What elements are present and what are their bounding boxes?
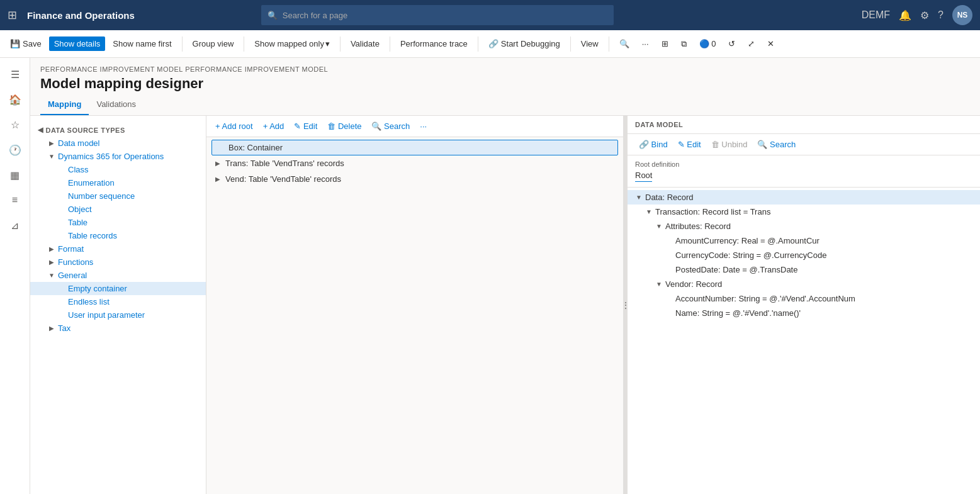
grid-icon[interactable]: ⊞ — [8, 8, 17, 22]
left-tree-item[interactable]: User input parameter — [30, 308, 206, 322]
edit-ds-button[interactable]: ✎ Edit — [290, 120, 321, 133]
add-root-button[interactable]: + Add root — [211, 120, 257, 133]
show-name-first-button[interactable]: Show name first — [108, 36, 176, 51]
sidebar-home-icon[interactable]: 🏠 — [4, 88, 26, 111]
user-avatar[interactable]: NS — [952, 5, 972, 25]
sidebar-favorites-icon[interactable]: ☆ — [4, 113, 26, 136]
command-bar: 💾 Save Show details Show name first Grou… — [0, 30, 980, 58]
page-title: Model mapping designer — [40, 76, 970, 92]
search-icon: 🔍 — [268, 11, 278, 20]
expander-icon: ▼ — [645, 208, 653, 215]
validate-button[interactable]: Validate — [346, 36, 385, 51]
left-tree-item[interactable]: Table — [30, 216, 206, 229]
left-tree-item[interactable]: Empty container — [30, 282, 206, 295]
left-tree-item[interactable]: Object — [30, 203, 206, 216]
grid-view-button[interactable]: ⊞ — [656, 36, 673, 51]
view-button[interactable]: View — [576, 36, 604, 51]
save-button[interactable]: 💾 Save — [5, 36, 47, 51]
app-title: Finance and Operations — [27, 10, 135, 21]
unbind-button[interactable]: 🗑 Unbind — [707, 138, 752, 151]
chevron-down-icon: ▾ — [325, 39, 330, 48]
sidebar-modules-icon[interactable]: ▦ — [4, 164, 26, 186]
data-source-item[interactable]: ▶Vend: Table 'VendTable' records — [206, 171, 623, 187]
data-model-item[interactable]: AmountCurrency: Real = @.AmountCur — [628, 233, 980, 248]
data-model-tree: ▼Data: Record▼Transaction: Record list =… — [628, 188, 980, 494]
root-definition-label: Root definition — [635, 160, 972, 168]
settings-icon[interactable]: ⚙ — [920, 9, 929, 21]
left-tree-item[interactable]: Enumeration — [30, 176, 206, 189]
group-view-button[interactable]: Group view — [188, 36, 239, 51]
expander-icon: ▼ — [655, 281, 663, 288]
data-model-item[interactable]: Name: String = @.'#Vend'.'name()' — [628, 306, 980, 320]
expander-icon: ▶ — [214, 160, 222, 167]
bind-button[interactable]: 🔗 Bind — [635, 138, 672, 151]
tab-validations[interactable]: Validations — [89, 94, 144, 115]
debug-icon: 🔗 — [488, 39, 498, 48]
main-layout: ☰ 🏠 ☆ 🕐 ▦ ≡ ⊿ PERFORMANCE IMPROVEMENT MO… — [0, 58, 980, 494]
panels-area: ◀ DATA SOURCE TYPES ▶Data model▼Dynamics… — [30, 116, 980, 494]
left-tree-item[interactable]: ▼Dynamics 365 for Operations — [30, 150, 206, 163]
data-source-item[interactable]: Box: Container — [211, 140, 618, 155]
left-tree-item[interactable]: Class — [30, 163, 206, 176]
sidebar-recent-icon[interactable]: 🕐 — [4, 138, 26, 161]
help-icon[interactable]: ? — [938, 9, 943, 21]
open-new-window-button[interactable]: ⧉ — [676, 36, 692, 52]
show-mapped-only-button[interactable]: Show mapped only ▾ — [249, 36, 335, 51]
search-dm-button[interactable]: 🔍 Search — [753, 138, 799, 151]
performance-trace-button[interactable]: Performance trace — [395, 36, 473, 51]
sidebar-menu-toggle[interactable]: ☰ — [4, 63, 26, 86]
sidebar-filter-icon[interactable]: ⊿ — [4, 214, 26, 237]
notifications-badge-button[interactable]: 🔵 0 — [694, 36, 721, 51]
left-tree-item[interactable]: Number sequence — [30, 189, 206, 203]
left-tree-item[interactable]: ▶Format — [30, 242, 206, 255]
data-model-item[interactable]: PostedDate: Date = @.TransDate — [628, 262, 980, 277]
data-model-item[interactable]: AccountNumber: String = @.'#Vend'.Accoun… — [628, 291, 980, 306]
left-tree-item[interactable]: Table records — [30, 229, 206, 242]
refresh-button[interactable]: ↺ — [723, 36, 740, 51]
sidebar-workspaces-icon[interactable]: ≡ — [4, 189, 26, 211]
edit-dm-button[interactable]: ✎ Edit — [674, 138, 705, 151]
root-definition-area: Root definition Root — [628, 155, 980, 188]
expander-icon: ▼ — [48, 272, 55, 279]
data-model-item[interactable]: ▼Transaction: Record list = Trans — [628, 205, 980, 219]
expand-button[interactable]: ⤢ — [743, 36, 760, 51]
separator-3 — [340, 36, 341, 52]
close-button[interactable]: ✕ — [762, 36, 779, 51]
start-debugging-button[interactable]: 🔗 Start Debugging — [483, 36, 565, 51]
separator-1 — [182, 36, 183, 52]
tabs-bar: Mapping Validations — [30, 94, 980, 116]
data-model-item[interactable]: CurrencyCode: String = @.CurrencyCode — [628, 248, 980, 262]
left-tree-item[interactable]: ▶Functions — [30, 255, 206, 269]
data-source-item[interactable]: ▶Trans: Table 'VendTrans' records — [206, 155, 623, 171]
global-search-bar[interactable]: 🔍 — [261, 5, 614, 25]
data-model-item[interactable]: ▼Vendor: Record — [628, 277, 980, 291]
left-tree-item[interactable]: ▶Tax — [30, 322, 206, 335]
data-model-toolbar: 🔗 Bind ✎ Edit 🗑 Unbind 🔍 Search — [628, 134, 980, 155]
search-cmd-button[interactable]: 🔍 — [614, 36, 634, 51]
search-ds-button[interactable]: 🔍 Search — [368, 120, 414, 133]
notification-icon[interactable]: 🔔 — [899, 9, 911, 21]
breadcrumb-area: PERFORMANCE IMPROVEMENT MODEL PERFORMANC… — [30, 58, 980, 94]
show-details-button[interactable]: Show details — [49, 36, 106, 51]
left-tree-item[interactable]: ▶Data model — [30, 137, 206, 150]
left-tree-item[interactable]: Endless list — [30, 295, 206, 308]
top-nav-right: DEMF 🔔 ⚙ ? NS — [862, 5, 972, 25]
data-source-types-header: ◀ DATA SOURCE TYPES — [30, 121, 206, 137]
data-source-types-tree: ▶Data model▼Dynamics 365 for OperationsC… — [30, 137, 206, 335]
expander-icon: ▶ — [48, 140, 55, 147]
breadcrumb: PERFORMANCE IMPROVEMENT MODEL PERFORMANC… — [40, 65, 970, 73]
left-tree-item[interactable]: ▼General — [30, 269, 206, 282]
delete-ds-button[interactable]: 🗑 Delete — [324, 120, 365, 133]
more-button[interactable]: ··· — [637, 36, 654, 51]
more-ds-button[interactable]: ··· — [416, 120, 431, 133]
sidebar-navigation: ☰ 🏠 ☆ 🕐 ▦ ≡ ⊿ — [0, 58, 30, 494]
collapse-icon[interactable]: ◀ — [38, 126, 43, 134]
add-button[interactable]: + Add — [259, 120, 288, 133]
separator-5 — [478, 36, 478, 52]
global-search-input[interactable] — [283, 11, 607, 20]
data-sources-tree: Box: Container▶Trans: Table 'VendTrans' … — [206, 137, 623, 494]
tab-mapping[interactable]: Mapping — [40, 94, 89, 115]
user-org-label: DEMF — [862, 9, 890, 21]
data-model-item[interactable]: ▼Data: Record — [628, 190, 980, 205]
data-model-item[interactable]: ▼Attributes: Record — [628, 219, 980, 233]
